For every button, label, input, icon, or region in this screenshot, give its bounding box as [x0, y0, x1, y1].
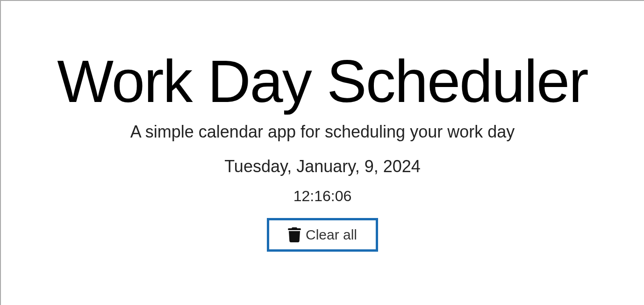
trash-icon: [288, 227, 301, 242]
current-date: Tuesday, January, 9, 2024: [1, 157, 644, 176]
current-time: 12:16:06: [1, 188, 644, 205]
clear-all-button[interactable]: Clear all: [267, 218, 378, 252]
page-subtitle: A simple calendar app for scheduling you…: [1, 122, 644, 142]
page-title: Work Day Scheduler: [1, 45, 644, 117]
clear-all-label: Clear all: [306, 227, 357, 243]
header: Work Day Scheduler A simple calendar app…: [1, 1, 644, 252]
